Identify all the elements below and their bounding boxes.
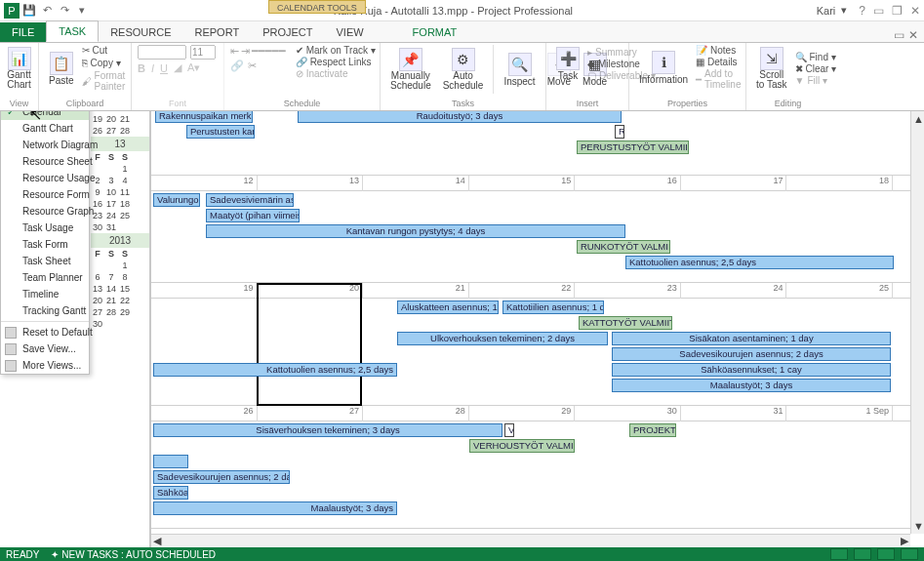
day-header[interactable]: 14 [363, 176, 469, 191]
paste-button[interactable]: 📋 Paste [45, 50, 78, 88]
day-header[interactable]: 23 [575, 283, 681, 299]
tab-project[interactable]: PROJECT [251, 22, 324, 42]
tab-report[interactable]: REPORT [183, 22, 252, 42]
view-shortcut-1[interactable] [830, 548, 848, 560]
bar-sahko[interactable]: Sähköasennukset; 1 cay [612, 363, 891, 377]
bar-valurungon[interactable]: Valurungon [153, 193, 200, 207]
bar-kantava[interactable]: Kantavan rungon pystytys; 4 days [206, 224, 625, 238]
doc-close-icon[interactable]: ✕ [908, 28, 918, 42]
bar-katto-valmis[interactable]: KATTOTYÖT VALMIIT [579, 316, 672, 330]
day-header[interactable]: 21 [363, 283, 469, 299]
bar-sahkoas[interactable]: Sähköas [153, 486, 188, 500]
view-tracking-gantt[interactable]: Tracking Gantt [1, 302, 89, 319]
bar-raudoitus[interactable]: Raudoitustyö; 3 days [298, 111, 622, 123]
tab-format[interactable]: FORMAT [401, 22, 469, 42]
view-timeline[interactable]: Timeline [1, 286, 89, 302]
bar-maalaus2[interactable]: Maalaustyöt; 3 days [153, 501, 397, 515]
view-resource-form[interactable]: Resource Form [1, 186, 89, 203]
restore-icon[interactable]: ❐ [892, 4, 903, 18]
tab-file[interactable]: FILE [0, 22, 46, 42]
gantt-chart-button[interactable]: 📊 Gantt Chart [6, 45, 32, 92]
format-painter-button[interactable]: 🖌 Format Painter [82, 70, 126, 92]
qat-dropdown-icon[interactable]: ▾ [74, 3, 90, 19]
bar-perustus-valmis[interactable]: PERUSTUSTYÖT VALMIIT [577, 140, 689, 154]
save-icon[interactable]: 💾 [21, 3, 37, 19]
day-header[interactable]: 13 [258, 176, 364, 191]
view-resource-usage[interactable]: Resource Usage [1, 170, 89, 186]
italic-button[interactable]: I [151, 62, 154, 74]
help-icon[interactable]: ? [859, 4, 865, 18]
font-color-button[interactable]: A▾ [187, 61, 200, 74]
bar-sisaverhous[interactable]: Sisäverhouksen tekeminen; 3 days [153, 423, 502, 437]
indent-button[interactable]: ⇥ [241, 45, 250, 58]
day-header[interactable]: 22 [469, 283, 576, 299]
bar-sadevesi2[interactable]: Sadevesikourujen asennus; 2 days [612, 347, 891, 361]
font-size-select[interactable] [190, 45, 216, 60]
day-header[interactable]: 24 [681, 283, 787, 299]
mini-calendar[interactable]: 121314192021262728 13 FSS123491011161718… [91, 111, 149, 330]
day-header[interactable]: 28 [363, 406, 469, 421]
bar-perustus-ms[interactable]: R [615, 125, 624, 139]
bar-verhous-valmis[interactable]: VERHOUSTYÖT VALMIIT [469, 439, 575, 453]
view-network-diagram[interactable]: Network Diagram [1, 137, 89, 153]
copy-button[interactable]: ⎘ Copy ▾ [82, 58, 126, 68]
view-resource-graph[interactable]: Resource Graph [1, 203, 89, 220]
bar-perustus-kan[interactable]: Perustusten kan [186, 125, 255, 139]
day-header[interactable]: 29 [469, 406, 576, 421]
view-shortcut-3[interactable] [877, 548, 895, 560]
view-shortcut-4[interactable] [901, 548, 918, 560]
view-task-sheet[interactable]: Task Sheet [1, 253, 89, 269]
day-header[interactable]: 1 Sep [786, 406, 893, 421]
redo-icon[interactable]: ↷ [57, 3, 72, 19]
clear-button[interactable]: ✖ Clear ▾ [795, 63, 837, 74]
bar-maalaus1[interactable]: Maalaustyöt; 3 days [612, 379, 891, 392]
task-button[interactable]: ➕Task [552, 45, 583, 83]
user-name[interactable]: Kari [817, 5, 836, 17]
inspect-button[interactable]: 🔍Inspect [500, 51, 539, 89]
reset-default[interactable]: Reset to Default [1, 324, 89, 341]
manually-schedule-button[interactable]: 📌Manually Schedule [386, 46, 435, 93]
bar-sisakaton[interactable]: Sisäkaton asentaminen; 1 day [612, 332, 891, 345]
v-scrollbar[interactable]: ▲▼ [910, 111, 924, 534]
tab-view[interactable]: VIEW [324, 22, 375, 42]
bar-runko-valmis[interactable]: RUNKOTYÖT VALMIIT [577, 240, 670, 254]
tab-task[interactable]: TASK [46, 20, 99, 42]
day-header[interactable]: 12 [151, 176, 258, 191]
day-header[interactable]: 18 [786, 176, 893, 191]
minimize-icon[interactable]: ▭ [873, 4, 884, 18]
calendar-grid[interactable]: PROJEKTIN ALOITTAMINEN Valurungon laudoi… [151, 111, 924, 547]
find-button[interactable]: 🔍 Find ▾ [795, 52, 837, 62]
scroll-to-task-button[interactable]: ⇲Scroll to Task [752, 45, 791, 92]
user-dropdown-icon[interactable]: ▾ [841, 4, 847, 17]
h-scrollbar[interactable]: ◀▶ [151, 534, 910, 547]
underline-button[interactable]: U [160, 62, 168, 74]
day-header[interactable]: 30 [575, 406, 681, 421]
day-header[interactable]: 15 [469, 176, 576, 191]
bar-kattotuoli1[interactable]: Kattotuolien asennus; 2,5 days [625, 256, 894, 269]
bar-v[interactable]: V [504, 423, 514, 437]
bar-sadevesi3[interactable]: Sadevesikourujen asennus; 2 days [153, 470, 290, 484]
cut-button[interactable]: ✂ Cut [82, 45, 126, 56]
status-newtasks[interactable]: ✦ NEW TASKS : AUTO SCHEDULED [51, 549, 216, 560]
unlink-button[interactable]: ✂ [248, 60, 257, 72]
bar-maatyot[interactable]: Maatyöt (pihan viimeist [206, 209, 300, 222]
view-task-usage[interactable]: Task Usage [1, 220, 89, 236]
bar-projekti[interactable]: PROJEKTI [629, 423, 676, 437]
day-header[interactable]: 19 [151, 283, 258, 299]
save-view[interactable]: Save View... [1, 341, 89, 357]
auto-schedule-button[interactable]: ⚙Auto Schedule [439, 46, 488, 93]
day-header[interactable]: 16 [575, 176, 681, 191]
bar-kattotuoli2[interactable]: Kattotuolien asennus; 2,5 days [153, 363, 397, 377]
details-button[interactable]: ▦ Details [696, 57, 741, 67]
view-calendar[interactable]: Calendar [1, 111, 89, 120]
bold-button[interactable]: B [138, 62, 145, 74]
outdent-button[interactable]: ⇤ [230, 45, 239, 58]
link-button[interactable]: 🔗 [230, 60, 244, 72]
collapse-ribbon-icon[interactable]: ▭ [894, 28, 904, 42]
close-icon[interactable]: ✕ [910, 4, 920, 18]
timeline-button[interactable]: ━ Add to Timeline [696, 68, 741, 90]
bar-kattotiili[interactable]: Kattotiilien asennus; 1 day [502, 301, 604, 314]
view-team-planner[interactable]: Team Planner [1, 269, 89, 286]
fill-color-button[interactable]: ◢ [174, 61, 181, 74]
font-family-select[interactable] [138, 45, 186, 60]
